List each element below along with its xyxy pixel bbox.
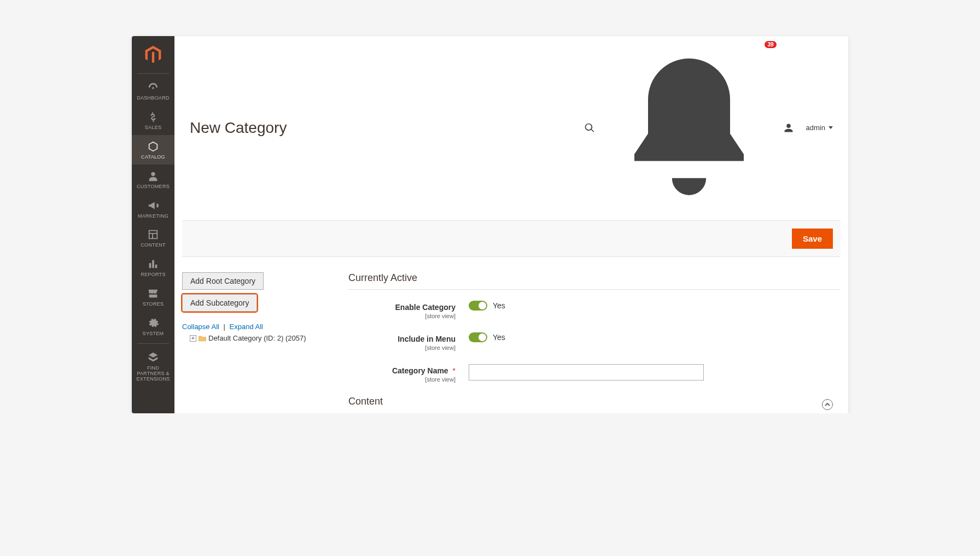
toggle-value: Yes bbox=[493, 333, 505, 342]
tree-node-label: Default Category (ID: 2) (2057) bbox=[208, 334, 306, 342]
required-indicator: * bbox=[453, 366, 456, 375]
field-label: Enable Category bbox=[395, 303, 456, 312]
sidebar-item-label: DASHBOARD bbox=[137, 96, 170, 101]
stores-icon bbox=[147, 288, 159, 300]
divider bbox=[348, 289, 841, 290]
separator: | bbox=[224, 323, 225, 331]
sidebar-item-marketing[interactable]: MARKETING bbox=[132, 194, 174, 224]
add-subcategory-button[interactable]: Add Subcategory bbox=[182, 294, 257, 312]
chevron-up-icon bbox=[825, 402, 830, 407]
notification-badge: 39 bbox=[765, 41, 776, 48]
dashboard-icon bbox=[147, 81, 159, 93]
form-pane: Currently Active Enable Category [store … bbox=[346, 257, 841, 413]
collapse-section-button[interactable] bbox=[822, 399, 833, 410]
include-in-menu-toggle[interactable] bbox=[469, 332, 487, 342]
system-icon bbox=[147, 317, 159, 329]
sidebar-item-label: SALES bbox=[145, 125, 162, 131]
enable-category-row: Enable Category [store view] Yes bbox=[348, 301, 841, 319]
toggle-value: Yes bbox=[493, 301, 505, 310]
tree-controls: Collapse All | Expand All bbox=[182, 323, 346, 331]
sidebar-item-system[interactable]: SYSTEM bbox=[132, 312, 174, 341]
sidebar-item-customers[interactable]: CUSTOMERS bbox=[132, 165, 174, 194]
sidebar-item-dashboard[interactable]: DASHBOARD bbox=[132, 76, 174, 106]
category-tree-pane: Add Root Category Add Subcategory Collap… bbox=[182, 257, 346, 413]
sales-icon bbox=[147, 111, 159, 123]
user-avatar-icon[interactable] bbox=[783, 122, 794, 133]
sidebar-item-content[interactable]: CONTENT bbox=[132, 223, 174, 253]
sidebar-item-catalog[interactable]: CATALOG bbox=[132, 135, 174, 165]
section-title: Currently Active bbox=[348, 272, 841, 284]
page-header: New Category 39 admin bbox=[174, 36, 848, 220]
category-name-row: Category Name * [store view] bbox=[348, 364, 841, 383]
expand-toggle-icon[interactable]: + bbox=[190, 335, 196, 342]
chevron-down-icon bbox=[829, 126, 833, 129]
enable-category-toggle[interactable] bbox=[469, 301, 487, 311]
toolbar: Save bbox=[182, 220, 841, 257]
username-label: admin bbox=[806, 124, 825, 132]
add-root-category-button[interactable]: Add Root Category bbox=[182, 272, 264, 290]
marketing-icon bbox=[147, 200, 159, 212]
content-section-header: Content bbox=[348, 396, 841, 413]
sidebar-item-label: MARKETING bbox=[138, 214, 168, 219]
folder-icon bbox=[199, 335, 206, 342]
divider bbox=[137, 343, 169, 344]
sidebar-item-label: CUSTOMERS bbox=[137, 184, 170, 190]
content-icon bbox=[147, 229, 159, 241]
sidebar-item-partners[interactable]: FIND PARTNERS & EXTENSIONS bbox=[132, 346, 174, 387]
catalog-icon bbox=[147, 141, 159, 153]
sidebar-item-label: REPORTS bbox=[141, 272, 165, 278]
save-button[interactable]: Save bbox=[792, 229, 833, 249]
section-title: Content bbox=[348, 396, 383, 407]
sidebar-item-reports[interactable]: REPORTS bbox=[132, 253, 174, 282]
sidebar-item-label: SYSTEM bbox=[143, 331, 164, 337]
admin-sidebar: DASHBOARD SALES CATALOG CUSTOMERS MARKET… bbox=[132, 36, 174, 413]
customers-icon bbox=[147, 170, 159, 182]
sidebar-item-label: STORES bbox=[143, 302, 164, 307]
tree-node[interactable]: + Default Category (ID: 2) (2057) bbox=[190, 334, 346, 342]
scope-label: [store view] bbox=[348, 344, 456, 351]
account-dropdown[interactable]: admin bbox=[806, 124, 833, 132]
sidebar-item-sales[interactable]: SALES bbox=[132, 106, 174, 135]
magento-logo bbox=[143, 45, 163, 65]
collapse-all-link[interactable]: Collapse All bbox=[182, 323, 219, 331]
partners-icon bbox=[147, 352, 159, 364]
sidebar-item-stores[interactable]: STORES bbox=[132, 282, 174, 312]
category-name-input[interactable] bbox=[469, 364, 704, 381]
header-actions: 39 admin bbox=[584, 45, 833, 210]
sidebar-item-label: FIND PARTNERS & EXTENSIONS bbox=[133, 366, 173, 382]
scope-label: [store view] bbox=[348, 376, 456, 383]
reports-icon bbox=[147, 258, 159, 270]
sidebar-item-label: CATALOG bbox=[141, 155, 165, 160]
field-label: Include in Menu bbox=[398, 335, 456, 343]
notifications-button[interactable]: 39 bbox=[607, 45, 771, 210]
include-in-menu-row: Include in Menu [store view] Yes bbox=[348, 332, 841, 351]
scope-label: [store view] bbox=[348, 313, 456, 319]
bell-icon bbox=[607, 202, 771, 210]
page-title: New Category bbox=[190, 119, 584, 137]
sidebar-item-label: CONTENT bbox=[141, 243, 166, 248]
search-icon[interactable] bbox=[584, 122, 595, 133]
main-content: New Category 39 admin bbox=[174, 36, 848, 413]
expand-all-link[interactable]: Expand All bbox=[230, 323, 263, 331]
field-label: Category Name bbox=[392, 366, 448, 375]
divider bbox=[137, 73, 169, 74]
